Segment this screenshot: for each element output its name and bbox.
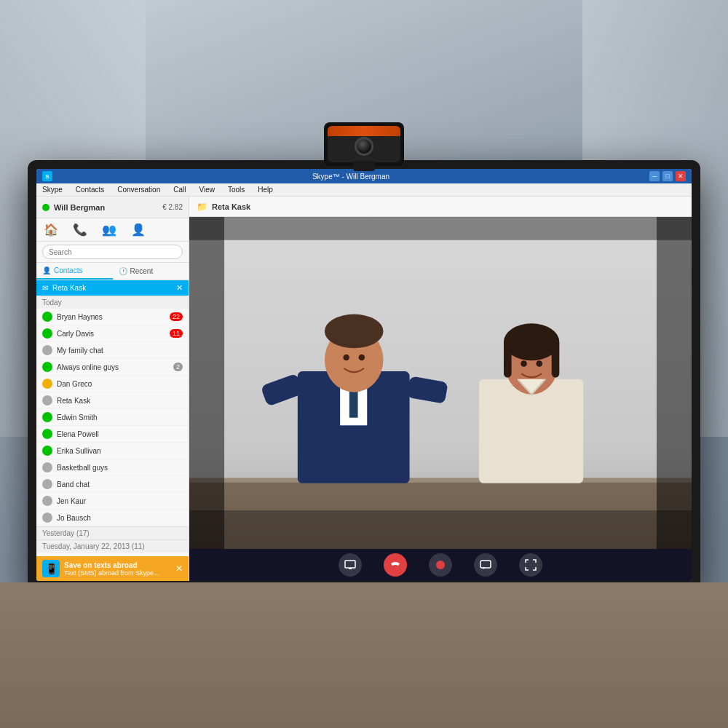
contact-dan-greco[interactable]: Dan Greco (36, 376, 189, 392)
video-header: 📁 Reta Kask (189, 197, 692, 217)
notif-text: Save on texts abroad Text (SMS) abroad f… (64, 561, 171, 577)
section-tuesday: Tuesday, January 22, 2013 (11) (36, 539, 189, 553)
video-controls (189, 549, 692, 581)
nav-home-icon[interactable]: 🏠 (44, 223, 58, 237)
avatar-bryan-haynes (42, 312, 52, 322)
section-today: Today (36, 296, 189, 309)
menu-tools[interactable]: Tools (225, 184, 248, 195)
title-bar: S Skype™ - Will Bergman – □ ✕ (36, 169, 692, 183)
end-call-button[interactable] (384, 553, 407, 577)
user-status-dot (42, 204, 50, 211)
menu-contacts[interactable]: Contacts (73, 184, 107, 195)
user-credit: € 2.82 (162, 203, 183, 211)
nav-call-icon[interactable]: 📞 (73, 223, 87, 237)
tab-recent[interactable]: 🕐 Recent (113, 263, 189, 280)
message-button[interactable] (474, 553, 497, 577)
avatar-elena-powell (42, 429, 52, 439)
video-contact-icon: 📁 (197, 202, 207, 212)
notif-subtitle: Text (SMS) abroad from Skype... (64, 569, 171, 577)
contact-edwin-smith[interactable]: Edwin Smith (36, 409, 189, 426)
recent-icon: 🕐 (119, 267, 127, 275)
contact-band-chat[interactable]: Band chat (36, 476, 189, 493)
deselect-contact-button[interactable]: ✕ (176, 283, 183, 293)
tab-contacts-label: Contacts (54, 266, 82, 274)
svg-point-12 (359, 355, 365, 360)
menu-skype[interactable]: Skype (39, 184, 66, 195)
video-contact-name: Reta Kask (212, 202, 250, 211)
contact-name-always-online: Always online guys (57, 363, 119, 371)
menu-call[interactable]: Call (170, 184, 189, 195)
expand-button[interactable] (519, 553, 542, 577)
notification-banner[interactable]: 📱 Save on texts abroad Text (SMS) abroad… (36, 556, 189, 581)
selected-contact-icon: ✉ (42, 284, 48, 292)
contact-name-band-chat: Band chat (57, 480, 90, 488)
svg-rect-3 (189, 478, 692, 482)
user-name: Will Bergman (54, 203, 158, 212)
avatar-jo-bausch (42, 513, 52, 523)
selected-contact-row[interactable]: ✉ Reta Kask ✕ (36, 280, 189, 296)
avatar-band-chat (42, 479, 52, 489)
screen-bezel: S Skype™ - Will Bergman – □ ✕ Skype Cont… (36, 169, 692, 581)
video-area (189, 217, 692, 549)
contacts-tabs: 👤 Contacts 🕐 Recent (36, 263, 189, 280)
badge-bryan-haynes: 22 (170, 312, 183, 321)
nav-contacts-icon[interactable]: 👥 (102, 223, 116, 237)
skype-window: S Skype™ - Will Bergman – □ ✕ Skype Cont… (36, 169, 692, 581)
contact-bryan-haynes[interactable]: Bryan Haynes 22 (36, 309, 189, 325)
contact-carly-davis[interactable]: Carly Davis 11 (36, 325, 189, 342)
skype-icon: S (42, 171, 52, 181)
svg-rect-25 (349, 568, 352, 569)
contact-name-elena-powell: Elena Powell (57, 430, 99, 438)
notif-title: Save on texts abroad (64, 561, 171, 569)
menu-conversation[interactable]: Conversation (114, 184, 163, 195)
notif-close-button[interactable]: ✕ (175, 563, 183, 574)
contact-name-edwin-smith: Edwin Smith (57, 414, 98, 422)
user-header: Will Bergman € 2.82 (36, 197, 189, 218)
svg-rect-24 (345, 561, 355, 568)
contact-erika-sullivan[interactable]: Erika Sullivan (36, 443, 189, 459)
menu-view[interactable]: View (196, 184, 218, 195)
tab-recent-label: Recent (130, 267, 154, 275)
contact-name-jo-bausch: Jo Bausch (57, 514, 91, 522)
record-button[interactable] (429, 553, 452, 577)
contact-name-reta-kask: Reta Kask (57, 397, 90, 405)
menu-help[interactable]: Help (255, 184, 276, 195)
video-scene (189, 217, 692, 549)
contact-jen-kaur[interactable]: Jen Kaur (36, 493, 189, 510)
contact-elena-powell[interactable]: Elena Powell (36, 426, 189, 443)
webcam-body (328, 126, 400, 162)
contact-basketball-guys[interactable]: Basketball guys (36, 459, 189, 476)
screen-share-button[interactable] (339, 553, 362, 577)
contact-jo-bausch[interactable]: Jo Bausch (36, 510, 189, 526)
avatar-jen-kaur (42, 496, 52, 506)
contact-family-chat[interactable]: My family chat (36, 342, 189, 359)
contact-reta-kask[interactable]: Reta Kask (36, 392, 189, 409)
minimize-button[interactable]: – (649, 171, 660, 181)
search-bar (36, 242, 189, 263)
avatar-always-online (42, 362, 52, 372)
svg-rect-4 (189, 217, 224, 549)
avatar-erika-sullivan (42, 446, 52, 456)
sidebar: Will Bergman € 2.82 🏠 📞 👥 👤 (36, 197, 189, 581)
svg-point-10 (325, 314, 384, 349)
contact-name-bryan-haynes: Bryan Haynes (57, 313, 103, 321)
maximize-button[interactable]: □ (662, 171, 673, 181)
avatar-edwin-smith (42, 412, 52, 422)
avatar-carly-davis (42, 328, 52, 339)
nav-add-contact-icon[interactable]: 👤 (131, 223, 146, 237)
svg-rect-5 (657, 217, 692, 549)
svg-point-11 (343, 355, 349, 360)
svg-point-17 (504, 323, 559, 360)
webcam-accent (328, 126, 400, 136)
selected-contact-name: Reta Kask (52, 284, 86, 292)
contact-name-basketball-guys: Basketball guys (57, 464, 108, 472)
svg-rect-19 (552, 339, 560, 378)
contact-always-online[interactable]: Always online guys 2 (36, 359, 189, 376)
main-content: Will Bergman € 2.82 🏠 📞 👥 👤 (36, 197, 692, 581)
close-button[interactable]: ✕ (676, 171, 686, 181)
tab-contacts[interactable]: 👤 Contacts (36, 263, 113, 280)
monitor: S Skype™ - Will Bergman – □ ✕ Skype Cont… (28, 160, 700, 590)
desk-surface (0, 582, 728, 728)
search-input[interactable] (42, 245, 183, 259)
contact-name-jen-kaur: Jen Kaur (57, 497, 86, 505)
